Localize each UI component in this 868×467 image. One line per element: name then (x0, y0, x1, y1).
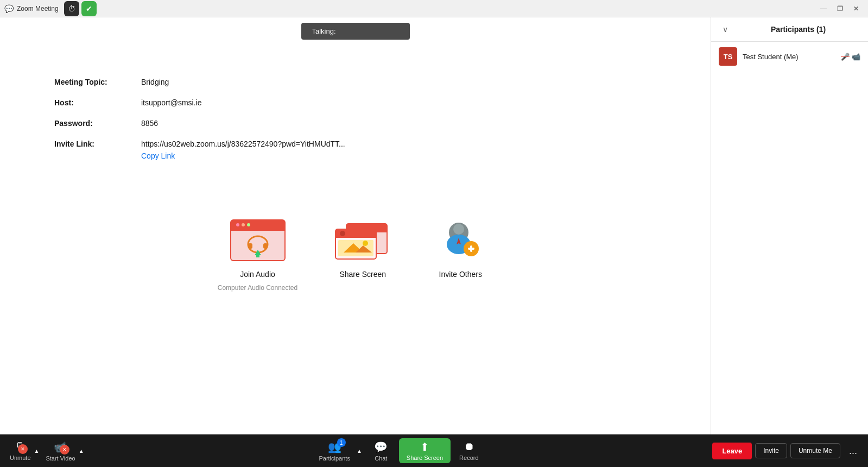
join-audio-card[interactable]: Join Audio Computer Audio Connected (218, 216, 297, 292)
window-controls: — ❐ ✕ (816, 3, 864, 15)
talking-bar: Talking: (0, 17, 711, 45)
invite-button[interactable]: Invite (755, 443, 787, 458)
invite-others-label: Invite Others (439, 270, 482, 279)
unmute-chevron-button[interactable]: ▲ (33, 447, 41, 455)
meeting-area: Talking: Meeting Topic: Bridging Host: i… (0, 17, 711, 434)
video-mute-badge: ✕ (60, 445, 69, 455)
timer-icon-btn[interactable]: ⏱ (64, 1, 79, 16)
host-row: Host: itsupport@smsi.ie (54, 98, 656, 107)
toolbar-center: 👥 1 Participants ▲ 💬 Chat ⬆ Share Screen… (85, 437, 713, 465)
svg-point-3 (236, 223, 239, 226)
share-screen-label: Share Screen (339, 270, 386, 279)
participants-icon-wrap: 👥 1 (328, 440, 341, 453)
topic-label: Meeting Topic: (54, 78, 141, 86)
record-icon: ⏺ (464, 440, 474, 453)
leave-button[interactable]: Leave (712, 443, 752, 459)
invite-others-svg (430, 217, 490, 263)
participants-sidebar: ∨ Participants (1) TS Test Student (Me) … (711, 17, 868, 434)
password-row: Password: 8856 (54, 119, 656, 128)
svg-point-4 (242, 223, 245, 226)
participant-status-icons: 🎤 📹 (841, 53, 860, 61)
talking-label: Talking: (312, 27, 336, 35)
participants-label: Participants (319, 455, 350, 462)
main-layout: Talking: Meeting Topic: Bridging Host: i… (0, 17, 868, 434)
toolbar-left: 🎙 ✕ Unmute ▲ 📹 ✕ Start Video ▲ (5, 437, 85, 465)
minimize-button[interactable]: — (816, 3, 831, 15)
title-bar: 💬 Zoom Meeting ⏱ ✔ — ❐ ✕ (0, 0, 868, 17)
share-screen-card[interactable]: Share Screen (330, 216, 395, 292)
close-button[interactable]: ✕ (848, 3, 864, 15)
unmute-icon-wrap: 🎙 ✕ (15, 440, 26, 453)
participants-button[interactable]: 👥 1 Participants (314, 437, 354, 465)
sidebar-title: Participants (1) (736, 25, 860, 34)
bottom-toolbar: 🎙 ✕ Unmute ▲ 📹 ✕ Start Video ▲ 👥 1 Parti… (0, 434, 868, 467)
copy-link-button[interactable]: Copy Link (141, 152, 345, 160)
record-button[interactable]: ⏺ Record (455, 437, 483, 464)
participants-chevron-button[interactable]: ▲ (356, 447, 363, 455)
mute-badge: ✕ (18, 444, 28, 454)
check-icon-btn[interactable]: ✔ (81, 1, 97, 16)
svg-point-21 (363, 241, 368, 246)
svg-point-17 (340, 231, 345, 236)
svg-point-23 (453, 224, 464, 235)
participant-avatar: TS (719, 47, 737, 66)
chat-button[interactable]: 💬 Chat (368, 437, 395, 465)
share-screen-toolbar-button[interactable]: ⬆ Share Screen (399, 438, 451, 463)
svg-rect-2 (231, 225, 285, 231)
start-video-icon-wrap: 📹 ✕ (54, 440, 67, 453)
action-cards: Join Audio Computer Audio Connected (0, 205, 711, 302)
sidebar-collapse-button[interactable]: ∨ (719, 23, 732, 36)
unmute-label: Unmute (10, 455, 31, 461)
invite-link-value: https://us02web.zoom.us/j/83622572490?pw… (141, 140, 345, 148)
participant-video-icon: 📹 (852, 53, 860, 61)
maximize-button[interactable]: ❐ (832, 3, 847, 15)
participants-count-badge: 1 (337, 438, 346, 447)
participant-mute-icon: 🎤 (841, 53, 850, 61)
meeting-topic-row: Meeting Topic: Bridging (54, 78, 656, 86)
unmute-me-button[interactable]: Unmute Me (790, 443, 840, 458)
host-label: Host: (54, 98, 141, 107)
share-screen-svg (333, 217, 392, 263)
join-audio-svg (228, 217, 288, 263)
participant-initials: TS (724, 53, 733, 61)
invite-link-row: Invite Link: https://us02web.zoom.us/j/8… (54, 140, 656, 160)
invite-others-icon-wrap (428, 216, 493, 264)
share-screen-icon-wrap (330, 216, 395, 264)
participant-name: Test Student (Me) (743, 53, 835, 61)
participant-item: TS Test Student (Me) 🎤 📹 (711, 42, 868, 71)
talking-pill: Talking: (301, 23, 410, 40)
join-audio-icon-wrap (225, 216, 290, 264)
start-video-label: Start Video (46, 455, 75, 462)
svg-rect-7 (248, 243, 252, 249)
sidebar-header: ∨ Participants (1) (711, 17, 868, 42)
more-options-button[interactable]: ... (844, 442, 863, 460)
unmute-button[interactable]: 🎙 ✕ Unmute (5, 437, 35, 464)
join-audio-label: Join Audio (240, 270, 275, 279)
host-value: itsupport@smsi.ie (141, 98, 201, 107)
svg-rect-10 (256, 254, 259, 257)
chat-icon: 💬 (374, 440, 388, 453)
record-label: Record (459, 455, 478, 461)
svg-rect-8 (263, 243, 268, 249)
video-chevron-button[interactable]: ▲ (78, 447, 85, 455)
title-bar-title: Zoom Meeting (17, 5, 59, 12)
join-audio-sublabel: Computer Audio Connected (218, 284, 297, 292)
svg-point-5 (247, 223, 250, 226)
password-value: 8856 (141, 119, 158, 128)
zoom-logo-icon: 💬 (4, 4, 14, 13)
topic-value: Bridging (141, 78, 169, 86)
invite-others-card[interactable]: Invite Others (428, 216, 493, 292)
share-screen-toolbar-icon: ⬆ (420, 440, 429, 453)
svg-rect-28 (470, 245, 472, 252)
start-video-button[interactable]: 📹 ✕ Start Video (41, 437, 79, 465)
chat-label: Chat (375, 455, 387, 462)
invite-link-label: Invite Link: (54, 140, 141, 148)
meeting-info: Meeting Topic: Bridging Host: itsupport@… (0, 45, 711, 205)
share-screen-toolbar-label: Share Screen (407, 455, 443, 461)
password-label: Password: (54, 119, 141, 128)
toolbar-right: Leave Invite Unmute Me ... (712, 442, 863, 460)
invite-link-block: https://us02web.zoom.us/j/83622572490?pw… (141, 140, 345, 160)
